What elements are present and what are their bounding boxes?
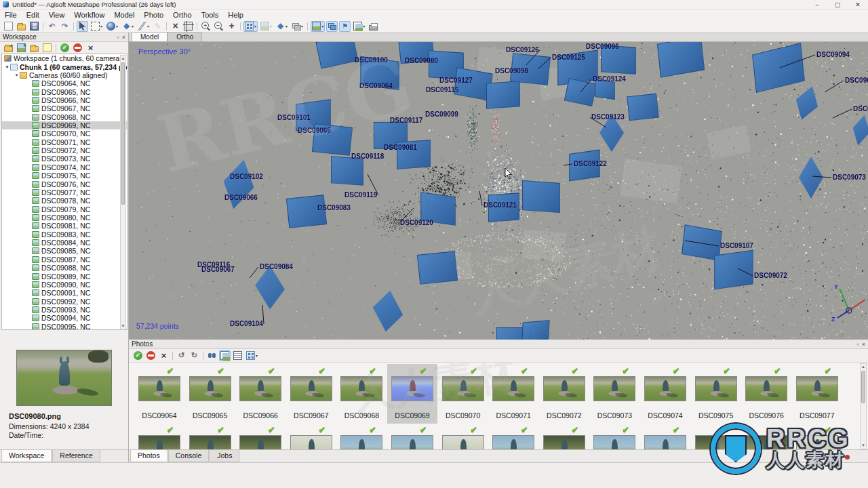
photo-thumbnail[interactable] xyxy=(644,376,686,401)
menu-model[interactable]: Model xyxy=(109,10,139,20)
print-button[interactable] xyxy=(368,21,379,32)
zoom-out-button[interactable] xyxy=(213,21,224,32)
show-cameras-button[interactable] xyxy=(326,21,338,32)
delete-selection-button[interactable] xyxy=(170,21,181,32)
details-view-button[interactable] xyxy=(232,350,243,361)
tree-item-camera[interactable]: DSC09067, NC xyxy=(2,104,127,113)
tree-item-chunk[interactable]: ▾Chunk 1 (60 cameras, 57,234 points) xyxy=(2,62,127,70)
thumbnail-size-button[interactable]: ▾ xyxy=(245,350,259,361)
photo-thumbnail[interactable] xyxy=(442,435,484,449)
menu-ortho[interactable]: Ortho xyxy=(168,10,197,20)
rectangle-selection-button[interactable]: ▾ xyxy=(90,21,104,32)
tree-item-camera[interactable]: DSC09077, NC xyxy=(2,188,127,197)
open-photo-button[interactable] xyxy=(219,350,231,361)
photo-thumbnail[interactable] xyxy=(239,435,281,449)
tree-item-camera[interactable]: DSC09065, NC xyxy=(2,87,127,96)
tree-item-camera[interactable]: DSC09080, NC xyxy=(2,214,127,222)
close-button[interactable]: ✕ xyxy=(848,1,868,8)
tree-item-camera[interactable]: DSC09095, NC xyxy=(2,323,127,331)
add-chunk-button[interactable] xyxy=(3,43,14,54)
photo-thumbnail[interactable] xyxy=(644,435,686,449)
remove-item-button[interactable] xyxy=(85,43,96,54)
tree-item-camera[interactable]: DSC09090, NC xyxy=(2,281,127,289)
tree-item-camera[interactable]: DSC09085, NC xyxy=(2,247,127,255)
show-markers-button[interactable] xyxy=(339,21,351,32)
tree-item-camera[interactable]: DSC09078, NC xyxy=(2,197,127,205)
photo-thumbnail[interactable] xyxy=(593,435,635,449)
undock-icon[interactable]: ▫ xyxy=(857,341,859,348)
photo-thumbnail[interactable] xyxy=(138,435,180,449)
photo-thumbnail[interactable] xyxy=(340,435,382,449)
rotate-object-button[interactable]: ▾ xyxy=(105,21,119,32)
zoom-in-button[interactable] xyxy=(200,21,212,32)
move-object-button[interactable]: ▾ xyxy=(121,21,135,32)
photo-thumbnail[interactable] xyxy=(695,376,737,401)
tree-item-camera[interactable]: DSC09089, NC xyxy=(2,272,127,280)
show-images-button[interactable]: ▾ xyxy=(352,21,366,32)
minimize-button[interactable]: – xyxy=(807,1,827,8)
photo-thumbnail[interactable] xyxy=(442,376,484,401)
photo-thumbnail[interactable] xyxy=(796,376,838,401)
rotate-right-button[interactable] xyxy=(189,350,200,361)
tab-jobs[interactable]: Jobs xyxy=(210,450,239,462)
tree-item-camera[interactable]: DSC09073, NC xyxy=(2,155,127,163)
photo-thumbnail[interactable] xyxy=(189,376,231,401)
show-photos-button[interactable]: ▾ xyxy=(311,21,325,32)
add-marker-button[interactable] xyxy=(41,43,53,54)
tree-item-cameras-folder[interactable]: ▾Cameras (60/60 aligned) xyxy=(2,71,127,79)
expander-icon[interactable]: ▾ xyxy=(4,64,10,70)
photo-thumbnail[interactable] xyxy=(543,435,585,449)
photo-thumbnail[interactable] xyxy=(745,376,787,401)
photo-thumbnail[interactable] xyxy=(543,376,585,401)
remove-photo-button[interactable] xyxy=(158,350,170,361)
add-folder-button[interactable] xyxy=(28,43,40,54)
tree-item-camera[interactable]: DSC09094, NC xyxy=(2,314,127,322)
enable-item-button[interactable] xyxy=(59,43,71,54)
ruler-tool-button[interactable]: ▾ xyxy=(136,21,151,32)
tree-item-camera[interactable]: DSC09074, NC xyxy=(2,163,127,171)
tree-item-camera[interactable]: DSC09068, NC xyxy=(2,113,127,121)
navigation-center-button[interactable] xyxy=(226,21,237,32)
tab-workspace[interactable]: Workspace xyxy=(1,450,52,462)
photo-thumbnail[interactable] xyxy=(290,435,332,449)
navigation-tool-button[interactable] xyxy=(77,21,88,32)
tree-item-camera[interactable]: DSC09081, NC xyxy=(2,222,127,230)
tree-item-camera[interactable]: DSC09076, NC xyxy=(2,180,127,188)
point-cloud-view-button[interactable]: ▾ xyxy=(243,21,258,32)
tree-item-camera[interactable]: DSC09072, NC xyxy=(2,146,127,155)
tree-item-camera[interactable]: DSC09079, NC xyxy=(2,205,127,213)
resize-region-button[interactable] xyxy=(182,21,194,32)
photo-thumbnail[interactable] xyxy=(138,376,180,401)
photo-thumbnail[interactable] xyxy=(593,376,635,401)
photo-thumbnail[interactable] xyxy=(492,435,534,449)
undo-button[interactable] xyxy=(46,21,58,32)
tree-item-camera[interactable]: DSC09075, NC xyxy=(2,171,127,180)
tab-photos[interactable]: Photos xyxy=(130,450,167,462)
photo-thumbnail[interactable] xyxy=(391,376,433,401)
tree-scrollbar[interactable]: ▲ ▼ xyxy=(120,55,126,330)
menu-view[interactable]: View xyxy=(44,10,70,20)
model-view-button[interactable]: ▾ xyxy=(275,21,289,32)
model-viewport[interactable]: Perspective 30° 57,234 points Y X Z RRCG… xyxy=(129,42,868,340)
photo-thumbnail[interactable] xyxy=(340,376,382,401)
draw-tool-button[interactable] xyxy=(152,21,163,32)
close-panel-icon[interactable]: × xyxy=(862,341,865,348)
tree-item-camera[interactable]: DSC09070, NC xyxy=(2,129,127,138)
tiled-model-view-button[interactable]: ▾ xyxy=(290,21,304,32)
photo-thumbnail[interactable] xyxy=(189,435,231,449)
expander-icon[interactable]: ▾ xyxy=(14,73,20,78)
viewport-tab-model[interactable]: Model xyxy=(132,32,167,41)
tree-item-camera[interactable]: DSC09091, NC xyxy=(2,289,127,297)
tree-item-camera[interactable]: DSC09087, NC xyxy=(2,256,127,264)
tree-item-camera[interactable]: DSC09084, NC xyxy=(2,239,127,247)
disable-photo-button[interactable] xyxy=(145,350,157,361)
open-project-button[interactable] xyxy=(16,21,27,32)
tree-item-camera[interactable]: DSC09088, NC xyxy=(2,264,127,272)
tree-item-camera[interactable]: DSC09092, NC xyxy=(2,297,127,305)
menu-file[interactable]: File xyxy=(0,10,22,20)
photo-thumbnail[interactable] xyxy=(391,435,433,449)
tab-reference[interactable]: Reference xyxy=(52,450,100,462)
close-panel-icon[interactable]: × xyxy=(122,34,125,41)
maximize-button[interactable]: ▢ xyxy=(827,1,848,8)
photo-thumbnail[interactable] xyxy=(290,376,332,401)
